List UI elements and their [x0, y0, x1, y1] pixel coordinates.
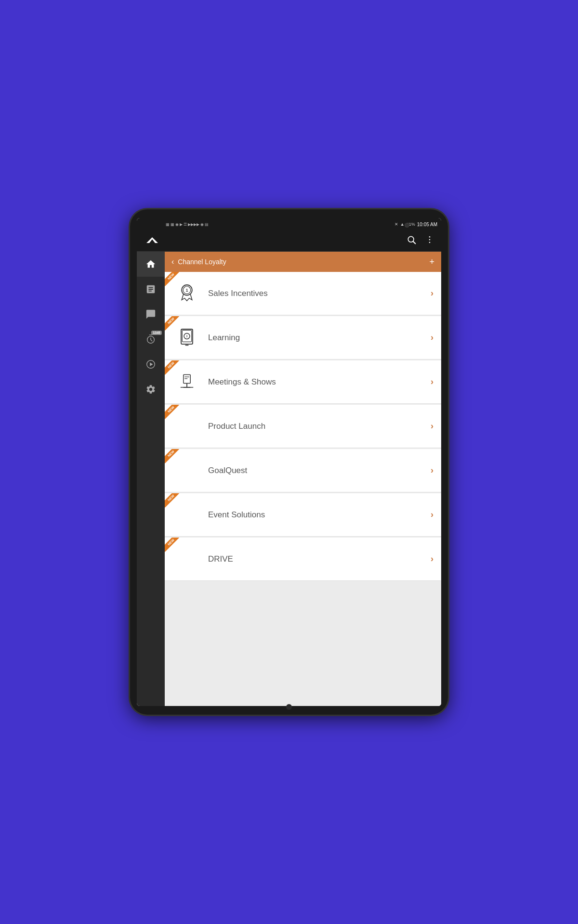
drive-chevron: ›: [431, 554, 434, 564]
app-bar: [137, 231, 441, 252]
status-icon-2: ▦: [171, 222, 174, 227]
svg-point-4: [429, 239, 431, 241]
app-bar-actions: [407, 235, 434, 247]
sidebar-item-home[interactable]: [137, 252, 165, 277]
new-badge-sales-incentives: NEW: [165, 272, 182, 289]
menu-item-drive[interactable]: NEW DRIVE ›: [165, 538, 441, 581]
content-area: ‹ Channel Loyalty + NEW: [165, 252, 441, 706]
meetings-chevron: ›: [431, 377, 434, 387]
new-badge-product-launch: NEW: [165, 405, 182, 422]
tablet-device: ▦ ▦ ◉ ▶ ☰ ▶▶▶▶ ◉ ▤ ✕ ▲ 41% 10:05 AM: [130, 209, 448, 715]
sales-incentives-label: Sales Incentives: [201, 289, 431, 298]
main-area: 1345: [137, 252, 441, 706]
sales-incentives-chevron: ›: [431, 288, 434, 298]
new-badge-event-solutions: NEW: [165, 493, 182, 511]
sidebar-item-chat[interactable]: [137, 302, 165, 327]
menu-list: NEW 1 Sales Incent: [165, 272, 441, 706]
new-badge-meetings: NEW: [165, 360, 182, 378]
svg-point-3: [429, 236, 431, 238]
status-icon-1: ▦: [166, 222, 170, 227]
new-badge-goalquest: NEW: [165, 449, 182, 466]
timer-badge: 1345: [151, 331, 162, 335]
svg-rect-17: [184, 374, 190, 383]
svg-line-2: [413, 242, 416, 244]
channel-title: Channel Loyalty: [178, 258, 226, 266]
status-bar: ▦ ▦ ◉ ▶ ☰ ▶▶▶▶ ◉ ▤ ✕ ▲ 41% 10:05 AM: [137, 218, 441, 231]
svg-text:i: i: [186, 334, 187, 338]
status-icon-4: ▶: [180, 222, 183, 227]
status-icon-7: ◉: [200, 222, 204, 227]
event-solutions-chevron: ›: [431, 510, 434, 520]
svg-rect-16: [185, 345, 188, 346]
goalquest-label: GoalQuest: [201, 466, 431, 475]
learning-label: Learning: [201, 333, 431, 343]
product-launch-label: Product Launch: [201, 422, 431, 431]
learning-chevron: ›: [431, 333, 434, 343]
channel-header-left: ‹ Channel Loyalty: [171, 257, 226, 266]
new-badge-drive: NEW: [165, 538, 182, 555]
sidebar-item-media[interactable]: [137, 352, 165, 377]
goalquest-chevron: ›: [431, 465, 434, 475]
wifi-icon: ▲: [400, 222, 405, 227]
menu-item-goalquest[interactable]: NEW GoalQuest ›: [165, 449, 441, 492]
drive-label: DRIVE: [201, 554, 431, 564]
menu-item-sales-incentives[interactable]: NEW 1 Sales Incent: [165, 272, 441, 315]
menu-item-product-launch[interactable]: NEW Product Launch ›: [165, 405, 441, 448]
sidebar: 1345: [137, 252, 165, 706]
new-badge-learning: NEW: [165, 316, 182, 334]
status-icons-left: ▦ ▦ ◉ ▶ ☰ ▶▶▶▶ ◉ ▤: [166, 222, 209, 227]
status-icons-right: ✕ ▲ 41% 10:05 AM: [394, 222, 437, 227]
menu-item-meetings-shows[interactable]: NEW: [165, 360, 441, 404]
more-menu-button[interactable]: [425, 235, 434, 247]
app-logo: [144, 235, 161, 247]
status-icon-6: ▶▶▶▶: [188, 222, 199, 227]
svg-marker-0: [146, 237, 158, 243]
home-button[interactable]: [286, 704, 292, 710]
sidebar-item-content[interactable]: [137, 277, 165, 302]
meetings-shows-label: Meetings & Shows: [201, 377, 431, 387]
tablet-screen: ▦ ▦ ◉ ▶ ☰ ▶▶▶▶ ◉ ▤ ✕ ▲ 41% 10:05 AM: [137, 218, 441, 706]
svg-text:1: 1: [186, 287, 188, 292]
back-button[interactable]: ‹: [171, 257, 174, 266]
camera: [405, 223, 409, 228]
status-time: 10:05 AM: [417, 222, 437, 227]
sidebar-item-timer[interactable]: 1345: [137, 327, 165, 352]
add-button[interactable]: +: [429, 257, 434, 267]
channel-header: ‹ Channel Loyalty +: [165, 252, 441, 272]
event-solutions-label: Event Solutions: [201, 510, 431, 520]
status-icon-3: ◉: [175, 222, 179, 227]
mute-icon: ✕: [394, 222, 398, 227]
svg-marker-8: [150, 362, 153, 366]
sidebar-item-settings[interactable]: [137, 377, 165, 402]
product-launch-chevron: ›: [431, 421, 434, 431]
status-icon-8: ▤: [205, 222, 209, 227]
search-button[interactable]: [407, 235, 416, 247]
menu-item-learning[interactable]: NEW i Learning: [165, 316, 441, 359]
svg-point-5: [429, 242, 431, 244]
menu-item-event-solutions[interactable]: NEW Event Solutions ›: [165, 493, 441, 537]
status-icon-5: ☰: [184, 222, 187, 227]
